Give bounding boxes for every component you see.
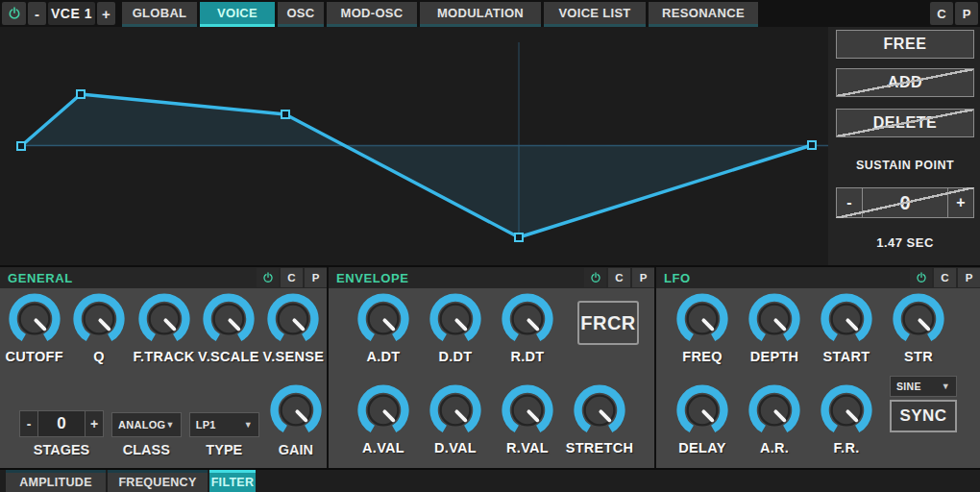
envelope-handle[interactable] <box>77 90 85 98</box>
stages-plus-button[interactable]: + <box>85 410 104 437</box>
tab-voice[interactable]: VOICE <box>200 2 275 27</box>
lfo-section-title: LFO <box>664 271 908 285</box>
envelope-side-panel: FREE ADD DELETE SUSTAIN POINT - 0 + 1.47… <box>828 27 980 265</box>
general-section: GENERAL C P CUTOFF Q F.TRACK V.SCALE V.S… <box>0 267 327 468</box>
copy-button[interactable]: C <box>930 2 953 25</box>
envelope-time-label: 1.47 SEC <box>836 235 974 250</box>
lfo-knob-row-2: DELAY A.R. F.R. SINE ▼ SYNC <box>656 383 980 455</box>
stages-stepper: - 0 + <box>19 410 104 437</box>
class-value: ANALOG <box>118 419 165 430</box>
frcr-button[interactable]: FRCR <box>577 301 639 345</box>
sustain-point-label: SUSTAIN POINT <box>836 159 974 172</box>
sustain-minus-button[interactable]: - <box>836 187 863 218</box>
stages-label: STAGES <box>34 442 90 457</box>
vscale-knob[interactable] <box>202 292 256 346</box>
knob-label: V.SENSE <box>263 349 325 364</box>
knob-label: A.VAL <box>362 440 404 455</box>
freq-knob[interactable] <box>675 292 729 346</box>
envelope-section-header: ENVELOPE C P <box>329 267 654 288</box>
paste-button[interactable]: P <box>955 2 978 25</box>
knob-label: R.DT <box>510 349 544 364</box>
envelope-copy-button[interactable]: C <box>608 268 630 287</box>
knob-label: F.R. <box>834 440 860 455</box>
general-control-row: - 0 + STAGES ANALOG ▼ CLASS <box>0 383 327 457</box>
parameter-sections: GENERAL C P CUTOFF Q F.TRACK V.SCALE V.S… <box>0 265 980 468</box>
knob-label: A.DT <box>366 349 400 364</box>
tab-mod-osc[interactable]: MOD-OSC <box>327 2 417 27</box>
knob-label: DEPTH <box>750 349 799 364</box>
dval-knob[interactable] <box>429 383 482 437</box>
sustain-plus-button[interactable]: + <box>947 187 974 218</box>
envelope-handle[interactable] <box>515 234 523 241</box>
dropdown-arrow-icon: ▼ <box>244 420 253 430</box>
knob-label: DELAY <box>678 440 725 455</box>
voice-next-button[interactable]: + <box>97 2 115 25</box>
dropdown-arrow-icon: ▼ <box>165 420 174 430</box>
envelope-paste-button[interactable]: P <box>632 268 654 287</box>
fr-knob[interactable] <box>820 383 873 437</box>
str-knob[interactable] <box>892 292 945 346</box>
type-value: LP1 <box>196 419 216 430</box>
general-paste-button[interactable]: P <box>305 268 327 287</box>
tab-filter[interactable]: FILTER <box>209 470 256 492</box>
delay-knob[interactable] <box>675 383 729 437</box>
envelope-handle[interactable] <box>808 141 816 149</box>
main-area: FREE ADD DELETE SUSTAIN POINT - 0 + 1.47… <box>0 27 980 265</box>
delete-point-button[interactable]: DELETE <box>836 109 974 137</box>
ar-knob[interactable] <box>747 383 801 437</box>
lfo-wave-dropdown[interactable]: SINE ▼ <box>890 376 957 397</box>
knob-label: V.SCALE <box>198 349 259 364</box>
voice-power-button[interactable] <box>2 2 26 25</box>
sync-button[interactable]: SYNC <box>890 400 957 432</box>
envelope-power-button[interactable] <box>584 268 606 287</box>
power-icon <box>916 272 927 283</box>
envelope-knob-row-2: A.VAL D.VAL R.VAL STRETCH <box>329 383 654 455</box>
envelope-handle[interactable] <box>17 142 25 150</box>
tab-global[interactable]: GLOBAL <box>122 2 197 27</box>
tab-osc[interactable]: OSC <box>278 2 324 27</box>
tab-amplitude[interactable]: AMPLITUDE <box>6 470 106 492</box>
class-dropdown[interactable]: ANALOG ▼ <box>111 412 182 437</box>
envelope-editor[interactable] <box>0 27 828 265</box>
q-knob[interactable] <box>72 292 126 346</box>
lfo-section: LFO C P FREQ DEPTH START STR <box>656 267 980 468</box>
ftrack-knob[interactable] <box>137 292 191 346</box>
sustain-point-stepper: - 0 + <box>836 187 974 218</box>
tab-frequency[interactable]: FREQUENCY <box>108 470 208 492</box>
tab-modulation[interactable]: MODULATION <box>420 2 541 27</box>
adt-knob[interactable] <box>356 292 410 346</box>
envelope-handle[interactable] <box>282 111 289 118</box>
general-power-button[interactable] <box>257 268 279 287</box>
lfo-power-button[interactable] <box>910 268 932 287</box>
add-point-button[interactable]: ADD <box>836 68 974 97</box>
ddt-knob[interactable] <box>429 292 482 346</box>
knob-label: R.VAL <box>506 440 549 455</box>
stretch-knob[interactable] <box>573 383 626 437</box>
rval-knob[interactable] <box>501 383 554 437</box>
voice-prev-button[interactable]: - <box>28 2 46 25</box>
knob-label: START <box>823 349 870 364</box>
lfo-wave-sync-group: SINE ▼ SYNC <box>890 376 957 455</box>
lfo-copy-button[interactable]: C <box>934 268 956 287</box>
tab-voice-list[interactable]: VOICE LIST <box>544 2 646 27</box>
stages-minus-button[interactable]: - <box>19 410 38 437</box>
free-button[interactable]: FREE <box>836 30 974 59</box>
general-copy-button[interactable]: C <box>281 268 303 287</box>
envelope-section-body: A.DT D.DT R.DT FRCR A.VAL D.VAL R.VAL ST… <box>329 288 654 468</box>
knob-label: FREQ <box>682 349 722 364</box>
depth-knob[interactable] <box>747 292 801 346</box>
envelope-curve-svg <box>0 27 828 265</box>
tab-resonance[interactable]: RESONANCE <box>649 2 758 27</box>
knob-label: CUTOFF <box>6 349 63 364</box>
vsense-knob[interactable] <box>266 292 320 346</box>
aval-knob[interactable] <box>356 383 410 437</box>
lfo-section-body: FREQ DEPTH START STR DELAY A.R. F.R. SIN… <box>656 288 980 468</box>
toolbar-spacer <box>760 2 928 27</box>
gain-knob[interactable] <box>269 383 323 437</box>
cutoff-knob[interactable] <box>8 292 61 346</box>
start-knob[interactable] <box>820 292 873 346</box>
lfo-paste-button[interactable]: P <box>958 268 980 287</box>
power-icon <box>8 7 21 20</box>
rdt-knob[interactable] <box>501 292 554 346</box>
type-dropdown[interactable]: LP1 ▼ <box>189 412 259 437</box>
